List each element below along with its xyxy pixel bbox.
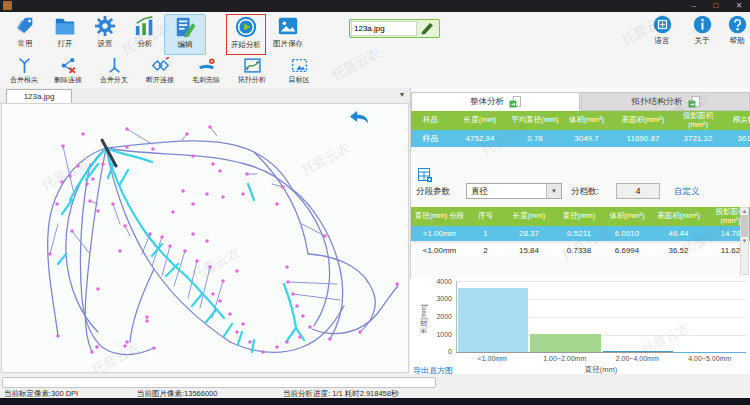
bar-lt-1mm[interactable]: [458, 288, 528, 352]
about-label: 关于: [695, 36, 710, 46]
title-bar: – □ ✕: [0, 0, 750, 12]
scroll-up-icon[interactable]: ▲: [742, 208, 748, 214]
chart-plot-area: [456, 281, 746, 353]
summary-data-row[interactable]: 样品4752.94 0.783049.7 11690.873721.32 361: [411, 130, 750, 147]
ytick: 0: [422, 348, 452, 355]
export-doc-icon: [509, 96, 521, 108]
scroll-down-icon[interactable]: ▼: [742, 238, 748, 244]
params-label: 分段参数: [416, 186, 450, 196]
folder-icon: [54, 15, 76, 37]
bar-2-4mm[interactable]: [603, 351, 673, 352]
root-trace-image: [2, 104, 408, 372]
merge-tips-label: 合并根尖: [10, 75, 38, 85]
segment-type-select[interactable]: 直径 ▾: [466, 183, 562, 199]
info-icon: [693, 15, 712, 34]
play-circle-icon: [235, 16, 257, 38]
segment-row-selected[interactable]: <1.00mm1 28.370.5211 6.051046.44 14.78: [411, 226, 750, 242]
image-tab[interactable]: 123a.jpg: [6, 89, 72, 104]
merge-tips-icon: [16, 57, 33, 74]
segments-scrollbar[interactable]: ▲ ▼: [740, 207, 749, 275]
delete-connection-label: 删除连接: [54, 75, 82, 85]
burr-removal-button[interactable]: 毛刺去除: [184, 56, 228, 87]
edit-tools-toolbar: 合并根尖 删除连接 合并分叉 断开连接 毛刺去除 拓扑分析 目标区: [0, 55, 750, 89]
settings-button[interactable]: 设置: [85, 14, 125, 53]
ytick: 4000: [422, 278, 452, 285]
open-button[interactable]: 打开: [45, 14, 85, 53]
language-icon: [653, 15, 672, 34]
burr-removal-label: 毛刺去除: [192, 75, 220, 85]
bar-1-2mm[interactable]: [530, 334, 600, 352]
minimize-button[interactable]: –: [686, 0, 702, 11]
edit-button[interactable]: 编辑: [164, 14, 206, 55]
merge-root-tips-button[interactable]: 合并根尖: [2, 56, 46, 87]
start-analysis-button[interactable]: 开始分析: [226, 14, 266, 55]
help-label: 帮助: [730, 36, 745, 46]
horizontal-scrollbar[interactable]: [2, 377, 436, 388]
tab-topology-label: 拓扑结构分析: [632, 96, 683, 108]
analysis-button[interactable]: 分析: [125, 14, 165, 53]
chart-bars: [457, 281, 746, 352]
filename-widget: [349, 19, 440, 38]
chart-bars-icon: [134, 15, 156, 37]
export-doc-icon: [688, 96, 700, 108]
tab-overall-label: 整体分析: [470, 96, 504, 108]
topology-icon: [244, 57, 261, 74]
delete-connection-button[interactable]: 删除连接: [46, 56, 90, 87]
ytick: 2000: [422, 313, 452, 320]
filename-input[interactable]: [351, 21, 417, 36]
merge-fork-label: 合并分叉: [100, 75, 128, 85]
app-window: – □ ✕ 常用 打开 设置 分析 编辑 开始分析: [0, 0, 750, 405]
export-histogram-link[interactable]: 导出直方图: [413, 365, 453, 376]
status-bar: 当前标定像素:300 DPI 当前图片像素:13566000 当前分析进度: 1…: [0, 389, 750, 398]
customize-link[interactable]: 自定义: [674, 186, 700, 198]
segmentation-params: 分段参数 直径 ▾ 分档数: 自定义: [416, 186, 746, 204]
analysis-tabs: 整体分析 拓扑结构分析: [411, 92, 750, 111]
ytick: 1000: [422, 331, 452, 338]
tab-overall-analysis[interactable]: 整体分析: [411, 92, 580, 111]
main-toolbar: 常用 打开 设置 分析 编辑 开始分析 图片保存: [0, 12, 750, 56]
rename-pencil-icon[interactable]: [420, 21, 436, 34]
merge-fork-button[interactable]: 合并分叉: [92, 56, 136, 87]
language-label: 语言: [655, 36, 670, 46]
break-connection-button[interactable]: 断开连接: [138, 56, 182, 87]
histogram-chart: 长度[mm] 4000 3000 2000 1000 0 <1.00mm1.00…: [410, 278, 750, 374]
help-button[interactable]: 帮助: [722, 14, 750, 53]
export-table-icon[interactable]: [418, 168, 432, 182]
root-image-viewport[interactable]: [1, 103, 409, 373]
chart-xlabel: 直径(mm): [456, 365, 746, 375]
tab-dropdown-icon[interactable]: ▾: [400, 90, 404, 99]
image-save-icon: [277, 15, 299, 37]
bin-count-label: 分档数:: [571, 186, 599, 198]
delete-connection-icon: [60, 57, 77, 74]
segment-row[interactable]: <1.00mm2 15.840.7338 6.699436.52 11.62: [411, 242, 750, 258]
target-area-button[interactable]: 目标区: [277, 56, 321, 87]
analysis-label: 分析: [138, 39, 153, 49]
close-button[interactable]: ✕: [731, 0, 747, 11]
save-image-button[interactable]: 图片保存: [268, 14, 308, 53]
settings-label: 设置: [98, 39, 113, 49]
edit-label: 编辑: [178, 40, 193, 50]
edit-document-icon: [174, 16, 196, 38]
topology-analysis-button[interactable]: 拓扑分析: [230, 56, 274, 87]
merge-fork-icon: [106, 57, 123, 74]
about-button[interactable]: 关于: [685, 14, 719, 53]
segments-table: 直径(mm) 分段 序号 长度(mm) 直径(mm) 体积(mm³) 表面积(m…: [411, 207, 750, 258]
gear-icon: [94, 15, 116, 37]
topology-label: 拓扑分析: [238, 75, 266, 85]
chevron-down-icon: ▾: [546, 184, 561, 198]
summary-header-row: 样品 长度(mm) 平均直径(mm) 体积(mm³) 表面积(mm²) 投影面积…: [411, 111, 750, 130]
bin-count-input[interactable]: [616, 183, 660, 199]
common-button[interactable]: 常用: [5, 14, 45, 53]
tab-topology-analysis[interactable]: 拓扑结构分析: [581, 92, 750, 111]
image-tab-bar: 123a.jpg ▾: [0, 88, 410, 104]
start-analysis-label: 开始分析: [231, 40, 261, 50]
scrollbar-thumb[interactable]: [741, 215, 748, 237]
save-image-label: 图片保存: [273, 39, 303, 49]
tag-icon: [14, 15, 36, 37]
app-icon: [3, 1, 12, 10]
language-button[interactable]: 语言: [645, 14, 679, 53]
ytick: 3000: [422, 295, 452, 302]
maximize-button[interactable]: □: [708, 0, 724, 11]
segments-header-row: 直径(mm) 分段 序号 长度(mm) 直径(mm) 体积(mm³) 表面积(m…: [411, 207, 750, 226]
burr-removal-icon: [198, 57, 215, 74]
